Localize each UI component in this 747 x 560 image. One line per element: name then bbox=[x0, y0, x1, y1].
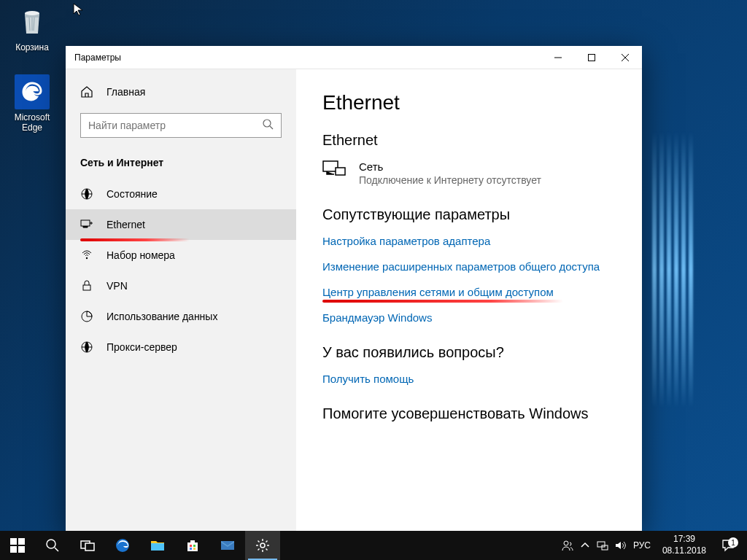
section-heading: У вас появились вопросы? bbox=[322, 344, 613, 361]
svg-rect-6 bbox=[83, 285, 90, 290]
taskbar-mail[interactable] bbox=[210, 531, 245, 560]
taskbar-search[interactable] bbox=[35, 531, 70, 560]
sidebar-item-vpn[interactable]: VPN bbox=[66, 271, 296, 301]
taskbar-taskview[interactable] bbox=[70, 531, 105, 560]
tray-notifications[interactable]: 1 bbox=[713, 539, 743, 552]
edge-icon bbox=[15, 74, 50, 109]
proxy-icon bbox=[80, 341, 95, 354]
sidebar-section-header: Сеть и Интернет bbox=[66, 151, 296, 179]
taskbar-settings[interactable] bbox=[245, 531, 280, 560]
close-button[interactable] bbox=[608, 46, 642, 69]
svg-rect-21 bbox=[193, 545, 196, 547]
vpn-icon bbox=[80, 279, 95, 292]
taskbar: РУС 17:39 08.11.2018 1 bbox=[0, 531, 747, 560]
home-icon bbox=[80, 85, 95, 98]
svg-rect-10 bbox=[336, 168, 345, 175]
search-box[interactable] bbox=[80, 113, 282, 138]
link-adapter-settings[interactable]: Настройка параметров адаптера bbox=[322, 235, 613, 247]
taskbar-explorer[interactable] bbox=[140, 531, 175, 560]
link-advanced-sharing[interactable]: Изменение расширенных параметров общего … bbox=[322, 260, 613, 273]
sidebar-item-proxy[interactable]: Прокси-сервер bbox=[66, 332, 296, 362]
annotation-underline bbox=[322, 300, 563, 303]
svg-rect-11 bbox=[10, 538, 17, 545]
tray-chevron-up-icon[interactable] bbox=[576, 531, 594, 560]
link-get-help[interactable]: Получить помощь bbox=[322, 373, 613, 385]
start-button[interactable] bbox=[0, 531, 35, 560]
desktop-icon-recycle-bin[interactable]: Корзина bbox=[4, 4, 60, 52]
section-heading: Сопутствующие параметры bbox=[322, 206, 613, 223]
maximize-button[interactable] bbox=[575, 46, 608, 69]
tray-people[interactable] bbox=[559, 531, 576, 560]
svg-rect-4 bbox=[81, 220, 90, 226]
main-panel: Ethernet Ethernet Сеть Подключение к Инт… bbox=[296, 69, 642, 532]
svg-rect-19 bbox=[151, 543, 164, 551]
desktop-icon-label: Корзина bbox=[4, 42, 60, 52]
home-link[interactable]: Главная bbox=[66, 78, 296, 106]
sidebar-item-dialup[interactable]: Набор номера bbox=[66, 240, 296, 271]
settings-window: Параметры Главная Сеть и Интернет Состоя… bbox=[66, 46, 642, 532]
tray-clock[interactable]: 17:39 08.11.2018 bbox=[655, 534, 713, 556]
svg-rect-17 bbox=[85, 543, 94, 551]
svg-point-2 bbox=[263, 120, 271, 127]
minimize-button[interactable] bbox=[541, 46, 575, 69]
status-icon bbox=[80, 187, 95, 201]
svg-point-15 bbox=[47, 540, 55, 548]
network-name: Сеть bbox=[359, 160, 541, 173]
network-icon bbox=[322, 160, 346, 184]
svg-point-25 bbox=[260, 543, 265, 548]
svg-rect-22 bbox=[190, 548, 192, 550]
taskbar-store[interactable] bbox=[175, 531, 210, 560]
ethernet-icon bbox=[80, 218, 95, 231]
network-status-block[interactable]: Сеть Подключение к Интернету отсутствует bbox=[322, 160, 613, 186]
sidebar-item-datausage[interactable]: Использование данных bbox=[66, 301, 296, 332]
tray-network-icon[interactable] bbox=[594, 531, 611, 560]
page-title: Ethernet bbox=[322, 91, 613, 114]
network-status: Подключение к Интернету отсутствует bbox=[359, 174, 541, 186]
taskbar-edge[interactable] bbox=[105, 531, 140, 560]
datausage-icon bbox=[80, 310, 95, 323]
svg-rect-14 bbox=[18, 546, 25, 553]
svg-rect-12 bbox=[18, 538, 25, 545]
svg-rect-20 bbox=[190, 545, 192, 547]
cursor-icon bbox=[73, 3, 85, 18]
link-network-center[interactable]: Центр управления сетями и общим доступом bbox=[322, 286, 613, 298]
svg-point-0 bbox=[25, 11, 39, 15]
sidebar: Главная Сеть и Интернет Состояние Ethern… bbox=[66, 69, 296, 532]
search-icon bbox=[262, 118, 274, 133]
svg-rect-1 bbox=[589, 54, 595, 61]
section-heading: Ethernet bbox=[322, 132, 613, 149]
link-firewall[interactable]: Брандмауэр Windows bbox=[322, 311, 613, 324]
sidebar-item-status[interactable]: Состояние bbox=[66, 179, 296, 209]
desktop-icon-edge[interactable]: Microsoft Edge bbox=[4, 74, 60, 133]
section-heading: Помогите усовершенствовать Windows bbox=[322, 405, 613, 422]
search-input[interactable] bbox=[88, 120, 262, 131]
tray-language[interactable]: РУС bbox=[629, 540, 655, 551]
tray-volume-icon[interactable] bbox=[611, 531, 629, 560]
titlebar[interactable]: Параметры bbox=[66, 46, 642, 69]
svg-rect-27 bbox=[597, 542, 605, 547]
dialup-icon bbox=[80, 249, 95, 262]
notification-badge: 1 bbox=[728, 537, 738, 548]
desktop-icon-label: Microsoft Edge bbox=[4, 112, 60, 133]
recycle-bin-icon bbox=[15, 4, 50, 39]
sidebar-item-ethernet[interactable]: Ethernet bbox=[66, 209, 296, 240]
svg-point-5 bbox=[86, 257, 88, 259]
window-title: Параметры bbox=[66, 52, 541, 63]
svg-point-26 bbox=[564, 541, 568, 545]
svg-rect-13 bbox=[10, 546, 17, 553]
svg-rect-23 bbox=[193, 548, 196, 550]
